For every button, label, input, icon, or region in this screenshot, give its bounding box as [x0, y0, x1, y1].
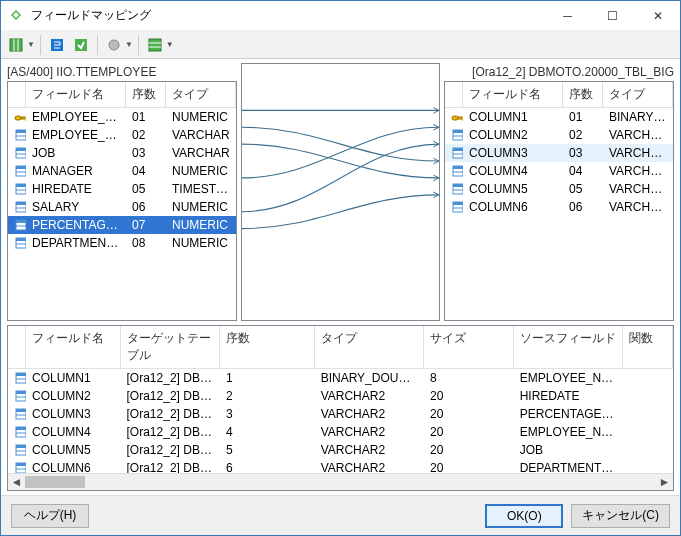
mapping-line[interactable] — [242, 144, 439, 178]
field-ordinal: 5 — [220, 442, 315, 458]
field-size: 20 — [424, 388, 514, 404]
chevron-down-icon[interactable]: ▼ — [125, 40, 133, 49]
chevron-down-icon[interactable]: ▼ — [27, 40, 35, 49]
field-name: EMPLOYEE_N... — [26, 127, 126, 143]
col-icon — [14, 182, 26, 196]
field-ordinal: 03 — [126, 145, 166, 161]
col-header[interactable]: フィールド名 — [26, 326, 121, 368]
field-type: NUMERIC — [166, 163, 236, 179]
help-button[interactable]: ヘルプ(H) — [11, 504, 89, 528]
target-grid[interactable]: フィールド名 序数 タイプ COLUMN101BINARY_D...COLUMN… — [444, 81, 674, 321]
table-row[interactable]: HIREDATE05TIMESTMP — [8, 180, 236, 198]
table-row[interactable]: DEPARTMENT...08NUMERIC — [8, 234, 236, 252]
col-header[interactable]: タイプ — [315, 326, 424, 368]
table-row[interactable]: COLUMN2[Ora12_2] DBM...2VARCHAR220HIREDA… — [8, 387, 673, 405]
col-header[interactable]: ソースフィールド — [514, 326, 623, 368]
field-type: VARCHAR2 — [603, 199, 673, 215]
field-name: COLUMN6 — [26, 460, 121, 473]
field-func — [623, 377, 673, 379]
table-row[interactable]: COLUMN303VARCHAR2 — [445, 144, 673, 162]
horizontal-scrollbar[interactable]: ◄ ► — [8, 473, 673, 490]
field-name: COLUMN5 — [463, 181, 563, 197]
col-icon — [14, 200, 26, 214]
close-button[interactable]: ✕ — [635, 1, 680, 31]
field-type: VARCHAR2 — [603, 181, 673, 197]
scrollbar-thumb[interactable] — [25, 476, 85, 488]
target-panel: [Ora12_2] DBMOTO.20000_TBL_BIG フィールド名 序数… — [444, 63, 674, 321]
mapping-line[interactable] — [242, 127, 439, 161]
field-name: COLUMN4 — [26, 424, 121, 440]
field-ordinal: 05 — [563, 181, 603, 197]
col-header[interactable]: ターゲットテーブル — [121, 326, 221, 368]
col-header[interactable]: フィールド名 — [26, 82, 126, 107]
svg-point-11 — [109, 40, 119, 50]
cancel-button[interactable]: キャンセル(C) — [571, 504, 670, 528]
table-row[interactable]: COLUMN6[Ora12_2] DBM...6VARCHAR220DEPART… — [8, 459, 673, 473]
col-header[interactable]: 序数 — [563, 82, 603, 107]
col-icon — [14, 218, 26, 232]
table-row[interactable]: SALARY06NUMERIC — [8, 198, 236, 216]
table-row[interactable]: COLUMN5[Ora12_2] DBM...5VARCHAR220JOB — [8, 441, 673, 459]
table-row[interactable]: COLUMN606VARCHAR2 — [445, 198, 673, 216]
field-name: COLUMN2 — [26, 388, 121, 404]
col-header[interactable]: タイプ — [166, 82, 236, 107]
field-name: COLUMN6 — [463, 199, 563, 215]
toolbar-btn-1[interactable] — [5, 34, 27, 56]
table-row[interactable]: PERCENTAGE...07NUMERIC — [8, 216, 236, 234]
svg-rect-6 — [10, 39, 22, 51]
field-name: JOB — [26, 145, 126, 161]
toolbar-btn-2[interactable] — [46, 34, 68, 56]
field-type: VARCHAR2 — [315, 406, 424, 422]
table-row[interactable]: EMPLOYEE_N...02VARCHAR — [8, 126, 236, 144]
col-header[interactable]: 関数 — [623, 326, 673, 368]
table-row[interactable]: MANAGER04NUMERIC — [8, 162, 236, 180]
scroll-right-icon[interactable]: ► — [656, 474, 673, 490]
col-icon — [451, 200, 463, 214]
col-header[interactable]: タイプ — [603, 82, 673, 107]
mapping-line[interactable] — [242, 144, 439, 212]
separator — [138, 35, 139, 55]
table-row[interactable]: COLUMN404VARCHAR2 — [445, 162, 673, 180]
table-row[interactable]: EMPLOYEE_N...01NUMERIC — [8, 108, 236, 126]
col-header[interactable]: 序数 — [220, 326, 315, 368]
ok-button[interactable]: OK(O) — [485, 504, 563, 528]
col-icon — [14, 146, 26, 160]
table-row[interactable]: COLUMN3[Ora12_2] DBM...3VARCHAR220PERCEN… — [8, 405, 673, 423]
target-table: [Ora12_2] DBM... — [121, 424, 221, 440]
field-size: 8 — [424, 370, 514, 386]
chevron-down-icon[interactable]: ▼ — [166, 40, 174, 49]
field-type: VARCHAR2 — [315, 424, 424, 440]
field-func — [623, 413, 673, 415]
mapping-list[interactable]: フィールド名 ターゲットテーブル 序数 タイプ サイズ ソースフィールド 関数 … — [7, 325, 674, 491]
field-name: PERCENTAGE... — [26, 217, 126, 233]
scroll-left-icon[interactable]: ◄ — [8, 474, 25, 490]
source-label: [AS/400] IIO.TTEMPLOYEE — [7, 63, 237, 81]
table-row[interactable]: COLUMN1[Ora12_2] DBM...1BINARY_DOUBLE8EM… — [8, 369, 673, 387]
col-header[interactable]: 序数 — [126, 82, 166, 107]
field-ordinal: 3 — [220, 406, 315, 422]
field-ordinal: 08 — [126, 235, 166, 251]
field-name: HIREDATE — [26, 181, 126, 197]
table-row[interactable]: JOB03VARCHAR — [8, 144, 236, 162]
field-type: VARCHAR — [166, 127, 236, 143]
table-row[interactable]: COLUMN202VARCHAR2 — [445, 126, 673, 144]
toolbar-btn-5[interactable] — [144, 34, 166, 56]
table-row[interactable]: COLUMN101BINARY_D... — [445, 108, 673, 126]
field-name: DEPARTMENT... — [26, 235, 126, 251]
table-row[interactable]: COLUMN4[Ora12_2] DBM...4VARCHAR220EMPLOY… — [8, 423, 673, 441]
field-ordinal: 05 — [126, 181, 166, 197]
toolbar-btn-3[interactable] — [70, 34, 92, 56]
source-grid[interactable]: フィールド名 序数 タイプ EMPLOYEE_N...01NUMERICEMPL… — [7, 81, 237, 321]
mapping-canvas[interactable] — [241, 63, 440, 321]
mapping-line[interactable] — [242, 127, 439, 178]
col-header[interactable]: サイズ — [424, 326, 514, 368]
field-type: NUMERIC — [166, 235, 236, 251]
col-header[interactable]: フィールド名 — [463, 82, 563, 107]
minimize-button[interactable]: ─ — [545, 1, 590, 31]
maximize-button[interactable]: ☐ — [590, 1, 635, 31]
toolbar-btn-4[interactable] — [103, 34, 125, 56]
mapping-line[interactable] — [242, 195, 439, 229]
field-func — [623, 467, 673, 469]
field-func — [623, 449, 673, 451]
table-row[interactable]: COLUMN505VARCHAR2 — [445, 180, 673, 198]
